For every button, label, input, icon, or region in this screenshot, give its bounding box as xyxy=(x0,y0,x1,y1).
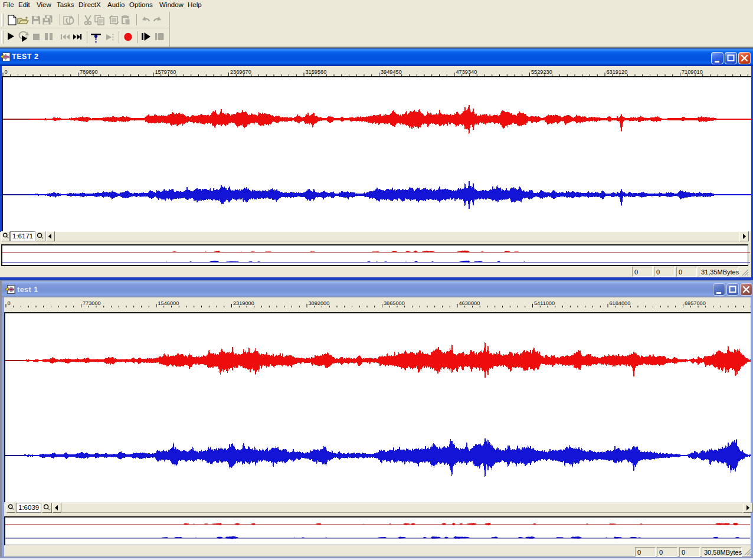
svg-text:6319120: 6319120 xyxy=(607,69,628,75)
svg-text:6957000: 6957000 xyxy=(685,300,706,306)
svg-text:5529230: 5529230 xyxy=(531,69,552,75)
svg-text:3159560: 3159560 xyxy=(306,69,327,75)
svg-text:1579780: 1579780 xyxy=(155,69,176,75)
svg-text:3092000: 3092000 xyxy=(309,300,330,306)
svg-text:3865000: 3865000 xyxy=(384,300,405,306)
svg-text:2369670: 2369670 xyxy=(230,69,251,75)
svg-text:6184000: 6184000 xyxy=(610,300,631,306)
svg-text:789890: 789890 xyxy=(80,69,98,75)
svg-text:7109010: 7109010 xyxy=(682,69,703,75)
svg-text:5411000: 5411000 xyxy=(534,300,555,306)
svg-text:773000: 773000 xyxy=(83,300,101,306)
svg-text:3949450: 3949450 xyxy=(381,69,402,75)
svg-text:1546000: 1546000 xyxy=(158,300,179,306)
svg-text:4739340: 4739340 xyxy=(456,69,477,75)
svg-text:2319000: 2319000 xyxy=(233,300,254,306)
svg-text:4638000: 4638000 xyxy=(459,300,480,306)
svg-text:0: 0 xyxy=(8,300,11,306)
svg-text:0: 0 xyxy=(5,69,8,75)
